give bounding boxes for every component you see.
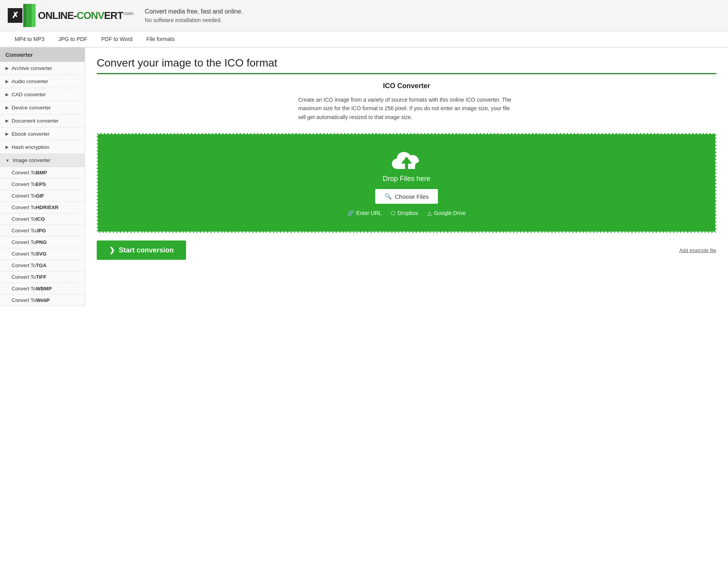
link-icon: 🔗	[347, 210, 354, 216]
logo-tagline: Convert media free, fast and online. No …	[145, 7, 243, 24]
chevron-right-icon: ❯	[109, 246, 115, 254]
nav: MP4 to MP3 JPG to PDF PDF to Word File f…	[0, 31, 728, 48]
arrow-icon: ▶	[5, 118, 9, 123]
sidebar-subitem-hdr[interactable]: Convert To HDR/EXR	[0, 202, 85, 213]
google-drive-icon: △	[427, 210, 432, 216]
nav-pdf-to-word[interactable]: PDF to Word	[94, 31, 140, 47]
google-drive-link[interactable]: △ Google Drive	[427, 210, 466, 216]
sidebar-subitem-gif[interactable]: Convert To GIF	[0, 190, 85, 202]
header: ✗ ONLINE-CONVERT.com Convert media free,…	[0, 0, 728, 31]
start-conversion-button[interactable]: ❯ Start conversion	[97, 240, 186, 260]
sidebar-subitem-tga[interactable]: Convert To TGA	[0, 260, 85, 271]
arrow-icon: ▶	[5, 92, 9, 97]
choose-files-button[interactable]: 🔍 Choose Files	[375, 189, 438, 204]
sidebar-subitem-jpg[interactable]: Convert To JPG	[0, 225, 85, 237]
sidebar-subitem-ico[interactable]: Convert To ICO	[0, 213, 85, 225]
nav-file-formats[interactable]: File formats	[139, 31, 181, 47]
search-icon: 🔍	[385, 193, 392, 200]
arrow-icon: ▶	[5, 131, 9, 136]
layout: Converter ▶ Archive converter ▶ Audio co…	[0, 48, 728, 306]
logo-green-bar	[23, 4, 36, 27]
arrow-icon: ▶	[5, 105, 9, 110]
sidebar-item-device[interactable]: ▶ Device converter	[0, 101, 85, 114]
arrow-icon: ▶	[5, 79, 9, 84]
arrow-icon: ▶	[5, 145, 9, 150]
sidebar-subitem-webp[interactable]: Convert To WebP	[0, 295, 85, 306]
logo[interactable]: ✗ ONLINE-CONVERT.com	[8, 4, 133, 27]
dropbox-link[interactable]: ⬡ Dropbox	[391, 210, 418, 216]
sidebar-item-ebook[interactable]: ▶ Ebook converter	[0, 128, 85, 141]
sidebar-item-image[interactable]: ▼ Image converter	[0, 154, 85, 167]
sidebar-subitem-png[interactable]: Convert To PNG	[0, 237, 85, 248]
drop-label: Drop Files here	[106, 175, 707, 183]
arrow-icon: ▶	[5, 66, 9, 71]
converter-description: Create an ICO image from a variety of so…	[298, 95, 515, 121]
arrow-down-icon: ▼	[5, 158, 10, 163]
logo-dotcom: .com	[123, 10, 133, 16]
sidebar-subitem-bmp[interactable]: Convert To BMP	[0, 167, 85, 179]
bottom-bar: ❯ Start conversion Add example file	[97, 240, 716, 260]
drop-links: 🔗 Enter URL ⬡ Dropbox △ Google Drive	[106, 210, 707, 216]
green-divider	[97, 73, 716, 74]
dropbox-icon: ⬡	[391, 210, 395, 216]
sidebar-subitem-svg[interactable]: Convert To SVG	[0, 248, 85, 260]
enter-url-link[interactable]: 🔗 Enter URL	[347, 210, 381, 216]
sidebar-item-document[interactable]: ▶ Document converter	[0, 114, 85, 128]
page-title: Convert your image to the ICO format	[97, 57, 716, 69]
sidebar-subitem-tiff[interactable]: Convert To TIFF	[0, 271, 85, 283]
sidebar-item-archive[interactable]: ▶ Archive converter	[0, 62, 85, 75]
sidebar-item-hash[interactable]: ▶ Hash encryption	[0, 141, 85, 154]
sidebar-item-cad[interactable]: ▶ CAD converter	[0, 88, 85, 101]
converter-title: ICO Converter	[97, 82, 716, 90]
upload-cloud-icon	[391, 150, 422, 175]
nav-jpg-to-pdf[interactable]: JPG to PDF	[51, 31, 94, 47]
sidebar-subitem-wbmp[interactable]: Convert To WBMP	[0, 283, 85, 295]
logo-icon: ✗	[8, 8, 22, 23]
svg-rect-1	[405, 164, 408, 170]
sidebar-item-audio[interactable]: ▶ Audio converter	[0, 75, 85, 88]
sidebar-subitem-eps[interactable]: Convert To EPS	[0, 179, 85, 190]
sidebar-title: Converter	[0, 48, 85, 62]
logo-text: ONLINE-CONVERT.com	[38, 10, 133, 22]
nav-mp4-to-mp3[interactable]: MP4 to MP3	[8, 31, 51, 47]
sidebar: Converter ▶ Archive converter ▶ Audio co…	[0, 48, 85, 306]
main-content: Convert your image to the ICO format ICO…	[85, 48, 728, 306]
add-example-link[interactable]: Add example file	[679, 247, 716, 253]
drop-zone[interactable]: Drop Files here 🔍 Choose Files 🔗 Enter U…	[97, 133, 716, 233]
